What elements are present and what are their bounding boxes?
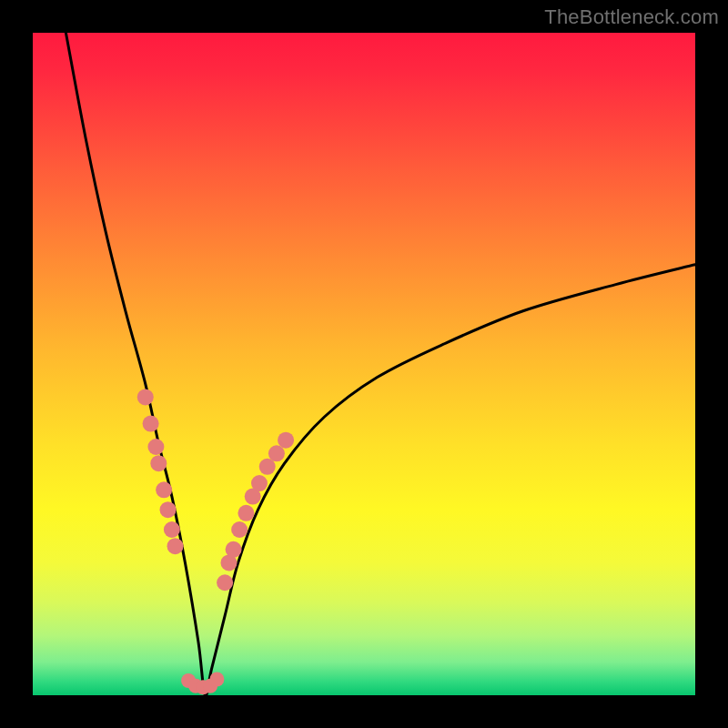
data-dot [143,416,159,432]
data-dot [150,455,167,471]
data-dot [259,459,276,475]
plot-area [33,33,695,695]
chart-svg [33,33,695,695]
data-dot [238,505,254,521]
chart-frame: TheBottleneck.com [0,0,728,728]
bottleneck-curve [66,33,695,696]
data-dot [164,521,180,538]
data-dot [251,475,268,491]
data-dot [226,541,242,558]
data-dot [278,432,294,449]
data-dot [160,501,177,518]
data-dot [209,672,224,687]
data-dot [268,445,285,461]
data-dot [217,574,233,591]
watermark-text: TheBottleneck.com [544,5,719,29]
curve-line [66,33,695,696]
data-dot [147,439,164,455]
data-dot [231,521,248,538]
data-dot [156,481,172,498]
data-dot [137,389,154,405]
data-dot [167,538,184,554]
